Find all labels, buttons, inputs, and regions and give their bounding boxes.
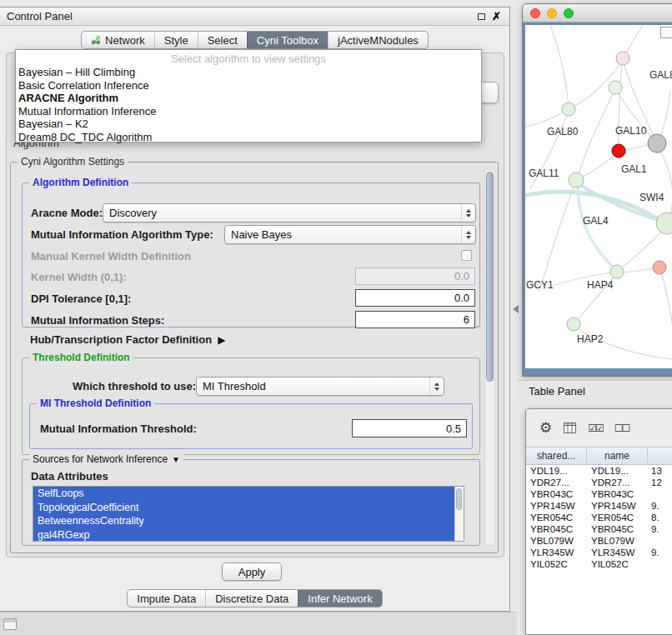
algorithm-definition-group: Algorithm Definition Aracne Mode: Discov…	[22, 182, 480, 328]
tab-infer-network[interactable]: Infer Network	[298, 590, 381, 607]
data-attribute-item[interactable]: TopologicalCoefficient	[33, 501, 454, 515]
which-threshold-select[interactable]: MI Threshold	[196, 377, 444, 396]
aracne-mode-select[interactable]: Discovery	[103, 203, 476, 222]
table-header-row: shared...name	[526, 448, 672, 465]
table-row[interactable]: YBR043CYBR043C	[526, 488, 672, 500]
tab-cyni-toolbox[interactable]: Cyni Toolbox	[247, 32, 328, 48]
tab-style[interactable]: Style	[154, 32, 198, 48]
birdseye-box[interactable]	[660, 27, 672, 38]
settings-scrollbar[interactable]	[484, 169, 495, 546]
tab-impute-data[interactable]: Impute Data	[128, 590, 205, 607]
algorithm-popup-item[interactable]: Basic Correlation Inference	[16, 79, 481, 92]
network-edge[interactable]	[624, 25, 643, 57]
sources-title-row[interactable]: Sources for Network Inference ▼	[29, 453, 183, 465]
algorithm-popup-item[interactable]: Bayesian – Hill Climbing	[16, 66, 481, 79]
expand-right-icon[interactable]: ▶	[218, 334, 225, 346]
data-attribute-item[interactable]: SelfLoops	[33, 487, 454, 501]
list-scrollbar-thumb[interactable]	[456, 488, 462, 510]
network-node[interactable]	[616, 52, 629, 65]
network-edge[interactable]	[550, 25, 569, 108]
network-edge[interactable]	[657, 146, 672, 218]
data-attribute-item[interactable]: BetweennessCentrality	[33, 514, 454, 528]
table-cell	[648, 488, 672, 500]
settings-scrollbar-thumb[interactable]	[486, 172, 494, 382]
tab-discretize-data[interactable]: Discretize Data	[205, 590, 298, 607]
network-window-titlebar[interactable]	[523, 4, 672, 22]
select-all-icon[interactable]: ☑☑	[588, 422, 603, 434]
combo-arrows-icon	[461, 204, 475, 222]
mi-algorithm-type-label: Mutual Information Algorithm Type:	[31, 229, 213, 241]
table-column-header[interactable]: name	[587, 448, 648, 464]
tab-select[interactable]: Select	[198, 32, 247, 48]
combo-arrows-icon	[461, 226, 475, 243]
data-attributes-label: Data Attributes	[31, 471, 108, 482]
tab-network[interactable]: Network	[82, 32, 154, 48]
sources-title: Sources for Network Inference	[33, 453, 168, 465]
table-row[interactable]: YDL19...YDL19...13	[526, 465, 672, 477]
network-edge[interactable]	[620, 268, 655, 272]
network-node[interactable]	[562, 102, 575, 116]
table-cell: YBR045C	[526, 523, 587, 535]
manual-kernel-width-checkbox[interactable]	[461, 250, 472, 261]
columns-icon[interactable]	[564, 422, 576, 433]
minimize-traffic-light-icon[interactable]	[547, 8, 557, 18]
algorithm-popup-item[interactable]: ARACNE Algorithm	[16, 92, 481, 105]
gear-icon[interactable]: ⚙	[539, 419, 552, 437]
mi-threshold-field[interactable]: 0.5	[352, 419, 467, 438]
minimized-window-icon[interactable]	[3, 618, 17, 630]
control-panel-titlebar[interactable]: Control Panel ✗	[0, 8, 509, 26]
table-row[interactable]: YIL052CYIL052C	[526, 558, 672, 570]
table-cell: 9.	[648, 547, 672, 558]
table-column-header[interactable]	[648, 448, 672, 464]
collapse-down-icon[interactable]: ▼	[172, 455, 180, 464]
table-row[interactable]: YPR145WYPR145W9.	[526, 500, 672, 512]
data-attribute-item[interactable]: gal4RGexp	[33, 528, 454, 542]
aracne-mode-label: Aracne Mode:	[31, 208, 103, 219]
network-node[interactable]	[609, 81, 622, 94]
network-node[interactable]	[567, 318, 580, 331]
network-node[interactable]	[656, 212, 672, 234]
close-icon[interactable]: ✗	[492, 11, 501, 22]
network-edge[interactable]	[660, 270, 672, 343]
network-node[interactable]	[569, 172, 584, 188]
table-row[interactable]: YER054CYER054C8.	[526, 512, 672, 523]
control-panel-window: Control Panel ✗ Network Style Select Cyn…	[0, 7, 510, 612]
dpi-tolerance-field[interactable]: 0.0	[355, 289, 475, 307]
table-cell	[648, 535, 672, 547]
table-row[interactable]: YBL079WYBL079W	[526, 535, 672, 547]
collapse-panel-icon[interactable]	[513, 305, 519, 313]
zoom-traffic-light-icon[interactable]	[564, 8, 574, 18]
network-node[interactable]	[648, 134, 666, 152]
network-edge[interactable]	[659, 92, 670, 142]
network-node[interactable]	[610, 265, 624, 278]
algorithm-popup-item[interactable]: Dream8 DC_TDC Algorithm	[16, 131, 481, 144]
tab-label: Select	[208, 34, 238, 47]
algorithm-popup-item[interactable]: Mutual Information Inference	[16, 105, 481, 118]
mi-algorithm-type-select[interactable]: Naive Bayes	[224, 225, 476, 244]
mi-steps-field[interactable]: 6	[355, 311, 475, 328]
table-row[interactable]: YDR27...YDR27...12	[526, 477, 672, 488]
network-node[interactable]	[653, 261, 666, 274]
close-traffic-light-icon[interactable]	[530, 8, 540, 18]
table-column-header[interactable]: shared...	[526, 448, 587, 464]
hub-definition-toggle[interactable]: Hub/Transcription Factor Definition ▶	[30, 334, 225, 346]
float-window-icon[interactable]	[478, 13, 485, 20]
apply-button[interactable]: Apply	[222, 562, 282, 581]
network-node-label: GCY1	[526, 279, 554, 291]
network-node[interactable]	[612, 144, 625, 158]
deselect-all-icon[interactable]: ☐☐	[614, 422, 629, 434]
tab-jactivemnodules[interactable]: jActiveMNodules	[328, 32, 428, 48]
table-row[interactable]: YLR345WYLR345W9.	[526, 547, 672, 558]
network-edge[interactable]	[525, 112, 564, 127]
network-edge[interactable]	[578, 88, 615, 178]
table-row[interactable]: YBR045CYBR045C9.	[526, 523, 672, 535]
network-canvas[interactable]: GAL80GAL10GAL11GAL1SWI4GAL4GCY1HAP4HAP2G…	[525, 25, 672, 368]
network-edge[interactable]	[539, 182, 575, 291]
list-scrollbar[interactable]	[454, 487, 464, 541]
network-edge[interactable]	[580, 152, 618, 178]
algorithm-popup-item[interactable]: Bayesian – K2	[16, 118, 481, 131]
table-cell: YDL19...	[526, 465, 587, 477]
data-attributes-listbox: SelfLoopsTopologicalCoefficientBetweenne…	[33, 486, 464, 542]
dpi-tolerance-value: 0.0	[454, 292, 469, 304]
table-toolbar: ⚙ ☑☑ ☐☐	[526, 409, 672, 448]
